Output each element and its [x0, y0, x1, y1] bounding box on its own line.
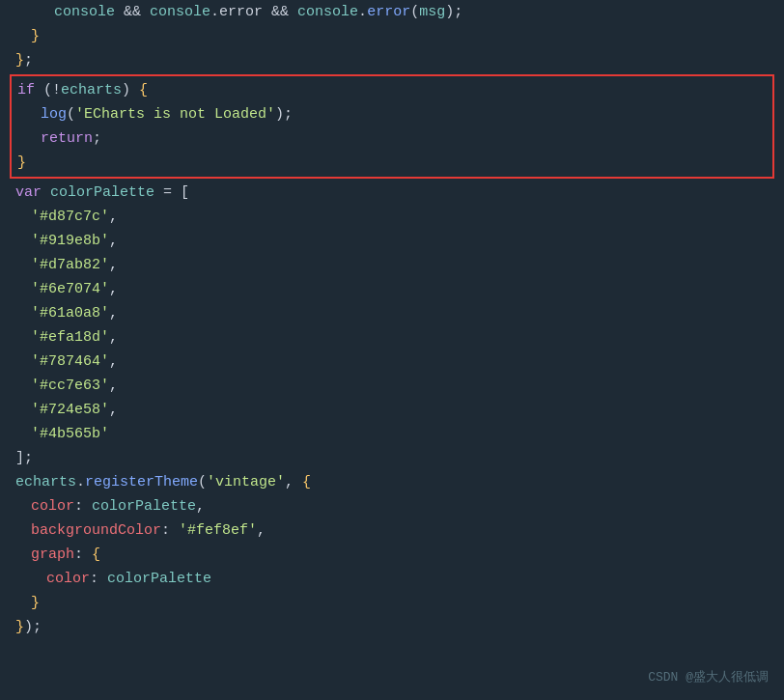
token: echarts	[61, 78, 122, 102]
token: ,	[109, 374, 118, 398]
token: if	[17, 78, 35, 102]
token: error	[219, 0, 263, 24]
token: '#61a0a8'	[31, 301, 109, 325]
token: );	[445, 0, 462, 24]
token: );	[24, 615, 42, 639]
token: .	[358, 0, 367, 24]
code-line-19: ];	[0, 446, 784, 470]
token: ,	[109, 229, 118, 253]
token: backgroundColor	[31, 518, 161, 543]
token: ,	[109, 325, 118, 350]
token: }	[15, 48, 24, 72]
token: echarts	[15, 470, 76, 494]
token: ,	[109, 277, 118, 301]
code-line-3: } ;	[0, 48, 784, 72]
token: msg	[419, 0, 445, 24]
token: '#d87c7c'	[31, 205, 109, 229]
code-line-14: '#efa18d' ,	[0, 325, 784, 350]
token: '#6e7074'	[31, 277, 109, 301]
code-line-15: '#787464' ,	[0, 350, 784, 374]
token: .	[210, 0, 219, 24]
token: error	[367, 0, 410, 24]
code-line-22: backgroundColor : '#fef8ef' ,	[0, 518, 784, 543]
token: console	[54, 0, 115, 24]
token: graph	[31, 543, 74, 567]
token: }	[17, 151, 26, 175]
token	[42, 181, 50, 205]
token: '#d7ab82'	[31, 253, 109, 277]
code-line-4: if (! echarts ) {	[17, 78, 767, 102]
token: )	[122, 78, 139, 102]
token: ,	[109, 398, 118, 422]
token: '#787464'	[31, 350, 109, 374]
token: ,	[109, 350, 118, 374]
code-line-11: '#d7ab82' ,	[0, 253, 784, 277]
token: ,	[109, 205, 118, 229]
code-line-21: color : colorPalette ,	[0, 494, 784, 518]
token: &&	[263, 0, 297, 24]
token: :	[74, 543, 92, 567]
token: :	[161, 518, 179, 543]
code-line-26: } );	[0, 615, 784, 639]
token: :	[74, 494, 92, 518]
token: :	[90, 567, 107, 591]
code-line-25: }	[0, 591, 784, 615]
token: var	[15, 181, 42, 205]
token: (	[410, 0, 419, 24]
token: }	[15, 615, 24, 639]
token: console	[297, 0, 358, 24]
token: '#cc7e63'	[31, 374, 109, 398]
code-line-16: '#cc7e63' ,	[0, 374, 784, 398]
watermark-text: CSDN @盛大人很低调	[648, 668, 769, 688]
token: );	[275, 102, 293, 126]
token: {	[139, 78, 148, 102]
code-line-12: '#6e7074' ,	[0, 277, 784, 301]
token: }	[31, 591, 40, 615]
code-line-8: var colorPalette = [	[0, 181, 784, 205]
token: colorPalette	[50, 181, 154, 205]
token: .	[76, 470, 85, 494]
token: '#724e58'	[31, 398, 109, 422]
token: &&	[115, 0, 150, 24]
token: '#4b565b'	[31, 422, 109, 446]
code-line-9: '#d87c7c' ,	[0, 205, 784, 229]
code-line-24: color : colorPalette	[0, 567, 784, 591]
token: color	[31, 494, 74, 518]
code-line-10: '#919e8b' ,	[0, 229, 784, 253]
code-editor: console && console . error && console . …	[0, 0, 784, 700]
token: ;	[93, 126, 101, 151]
code-line-13: '#61a0a8' ,	[0, 301, 784, 325]
token: '#fef8ef'	[179, 518, 257, 543]
code-line-2: }	[0, 24, 784, 48]
token: ;	[24, 48, 33, 72]
code-line-23: graph : {	[0, 543, 784, 567]
token: '#919e8b'	[31, 229, 109, 253]
code-line-17: '#724e58' ,	[0, 398, 784, 422]
token: console	[150, 0, 210, 24]
code-line-18: '#4b565b'	[0, 422, 784, 446]
token: = [	[154, 181, 189, 205]
code-line-1: console && console . error && console . …	[0, 0, 784, 24]
token: return	[41, 126, 93, 151]
token: registerTheme	[85, 470, 198, 494]
code-line-7: }	[17, 151, 767, 175]
token: 'ECharts is not Loaded'	[75, 102, 275, 126]
token: log	[41, 102, 67, 126]
token: ,	[257, 518, 266, 543]
token: colorPalette	[107, 567, 211, 591]
token: (	[67, 102, 75, 126]
token: ,	[109, 253, 118, 277]
token: '#efa18d'	[31, 325, 109, 350]
token: {	[302, 470, 311, 494]
token: (	[198, 470, 207, 494]
token: ,	[196, 494, 205, 518]
code-line-20: echarts . registerTheme ( 'vintage' , {	[0, 470, 784, 494]
code-line-5: log ( 'ECharts is not Loaded' );	[17, 102, 767, 126]
token: }	[31, 24, 40, 48]
token: ,	[109, 301, 118, 325]
highlighted-code-block: if (! echarts ) { log ( 'ECharts is not …	[10, 74, 774, 179]
token: (!	[35, 78, 61, 102]
token: color	[46, 567, 90, 591]
token: {	[92, 543, 100, 567]
token: ,	[285, 470, 302, 494]
